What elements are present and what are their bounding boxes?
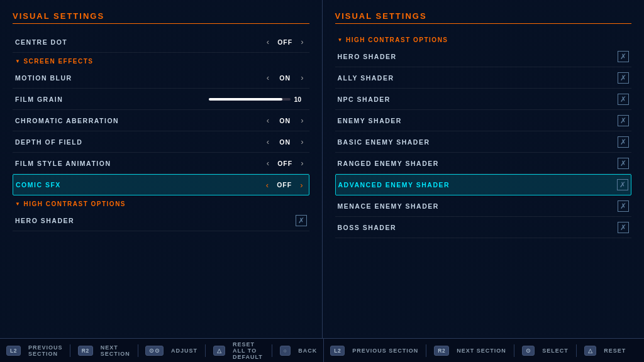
section-label: SCREEN EFFECTS bbox=[23, 58, 93, 65]
setting-label: COMIC SFX bbox=[16, 181, 243, 189]
setting-value: OFF bbox=[272, 38, 297, 46]
next-section-label: NEXT SECTION bbox=[101, 344, 130, 357]
setting-label: MENACE ENEMY SHADER bbox=[338, 202, 618, 210]
setting-row-highlighted[interactable]: COMIC SFX ‹ OFF › bbox=[13, 174, 309, 195]
setting-label: FILM GRAIN bbox=[15, 96, 161, 103]
adjust-badge: ⊙⊙ bbox=[145, 346, 164, 356]
setting-label: BOSS SHADER bbox=[338, 224, 618, 231]
divider bbox=[514, 344, 514, 357]
setting-label: ALLY SHADER bbox=[338, 74, 618, 82]
checkbox[interactable]: ✗ bbox=[618, 115, 629, 126]
setting-label: MOTION BLUR bbox=[15, 74, 244, 82]
setting-label: RANGED ENEMY SHADER bbox=[338, 160, 618, 167]
setting-row[interactable]: HERO SHADER ✗ bbox=[335, 46, 632, 67]
divider bbox=[576, 344, 577, 357]
adjust-label: ADJUST bbox=[171, 348, 197, 354]
value-control[interactable]: ‹ OFF › bbox=[244, 158, 307, 168]
setting-label: BASIC ENEMY SHADER bbox=[338, 138, 618, 146]
left-panel: VISUAL SETTINGS CENTRE DOT ‹ OFF › SCREE… bbox=[0, 0, 323, 338]
arrow-left-icon[interactable]: ‹ bbox=[263, 180, 272, 190]
checkbox[interactable]: ✗ bbox=[296, 215, 307, 226]
high-contrast-section-right: HIGH CONTRAST OPTIONS bbox=[335, 31, 632, 46]
checkbox[interactable]: ✗ bbox=[618, 136, 629, 148]
setting-value: OFF bbox=[272, 160, 297, 167]
right-footer: L2 PREVIOUS SECTION R2 NEXT SECTION ⊙ SE… bbox=[324, 339, 644, 362]
left-panel-title: VISUAL SETTINGS bbox=[13, 11, 309, 24]
setting-label: FILM STYLE ANIMATION bbox=[15, 160, 244, 167]
setting-value: OFF bbox=[272, 181, 297, 189]
arrow-left-icon[interactable]: ‹ bbox=[264, 158, 272, 168]
arrow-left-icon[interactable]: ‹ bbox=[264, 73, 272, 82]
checkbox[interactable]: ✗ bbox=[618, 158, 629, 169]
arrow-right-icon[interactable]: › bbox=[297, 180, 306, 190]
setting-label: ADVANCED ENEMY SHADER bbox=[338, 181, 618, 189]
setting-row[interactable]: CENTRE DOT ‹ OFF › bbox=[13, 31, 309, 53]
slider-control[interactable]: 10 bbox=[161, 96, 307, 103]
arrow-left-icon[interactable]: ‹ bbox=[264, 116, 272, 125]
reset-label-right: RESET bbox=[604, 348, 626, 354]
setting-value: ON bbox=[272, 74, 297, 82]
value-control[interactable]: ‹ ON › bbox=[244, 116, 307, 125]
checkbox[interactable]: ✗ bbox=[617, 179, 628, 190]
setting-row[interactable]: MOTION BLUR ‹ ON › bbox=[13, 67, 309, 89]
checkbox[interactable]: ✗ bbox=[618, 51, 629, 62]
setting-row[interactable]: ALLY SHADER ✗ bbox=[335, 67, 632, 89]
arrow-right-icon[interactable]: › bbox=[297, 158, 306, 168]
value-control[interactable]: ‹ ON › bbox=[244, 73, 307, 82]
arrow-right-icon[interactable]: › bbox=[297, 37, 306, 47]
setting-row[interactable]: BASIC ENEMY SHADER ✗ bbox=[335, 131, 632, 153]
reset-badge: △ bbox=[584, 346, 597, 356]
checkbox[interactable]: ✗ bbox=[618, 200, 629, 212]
checkbox[interactable]: ✗ bbox=[618, 94, 629, 105]
setting-row-highlighted[interactable]: ADVANCED ENEMY SHADER ✗ bbox=[335, 174, 632, 195]
footer: L2 PREVIOUS SECTION R2 NEXT SECTION ⊙⊙ A… bbox=[0, 338, 644, 362]
setting-label: NPC SHADER bbox=[338, 96, 618, 103]
setting-value: ON bbox=[272, 117, 297, 124]
select-badge: ⊙ bbox=[522, 346, 535, 356]
setting-row[interactable]: FILM GRAIN 10 bbox=[13, 89, 309, 110]
slider-fill bbox=[209, 98, 282, 101]
screen-effects-section: SCREEN EFFECTS bbox=[13, 53, 309, 67]
previous-section-label: PREVIOUS SECTION bbox=[28, 344, 63, 357]
setting-row[interactable]: HERO SHADER ✗ bbox=[13, 210, 309, 231]
setting-row[interactable]: DEPTH OF FIELD ‹ ON › bbox=[13, 131, 309, 153]
setting-label: DEPTH OF FIELD bbox=[15, 138, 244, 146]
setting-label: HERO SHADER bbox=[15, 217, 296, 224]
setting-row[interactable]: NPC SHADER ✗ bbox=[335, 89, 632, 110]
setting-row[interactable]: CHROMATIC ABERRATION ‹ ON › bbox=[13, 110, 309, 131]
value-control[interactable]: ‹ OFF › bbox=[244, 37, 307, 47]
divider bbox=[426, 344, 426, 357]
triangle-badge: △ bbox=[213, 346, 226, 356]
checkbox[interactable]: ✗ bbox=[618, 72, 629, 84]
r2-badge: R2 bbox=[78, 346, 93, 356]
setting-label: CHROMATIC ABERRATION bbox=[15, 117, 244, 124]
checkbox[interactable]: ✗ bbox=[618, 222, 629, 233]
arrow-right-icon[interactable]: › bbox=[297, 137, 306, 146]
setting-label: CENTRE DOT bbox=[15, 38, 244, 46]
arrow-right-icon[interactable]: › bbox=[297, 116, 306, 125]
value-control[interactable]: ‹ ON › bbox=[244, 137, 307, 146]
setting-row[interactable]: ENEMY SHADER ✗ bbox=[335, 110, 632, 131]
left-footer: L2 PREVIOUS SECTION R2 NEXT SECTION ⊙⊙ A… bbox=[0, 339, 324, 362]
right-panel-title: VISUAL SETTINGS bbox=[335, 11, 632, 24]
circle-badge: ○ bbox=[280, 346, 291, 356]
back-label: BACK bbox=[298, 348, 317, 354]
setting-row[interactable]: BOSS SHADER ✗ bbox=[335, 217, 632, 238]
section-label: HIGH CONTRAST OPTIONS bbox=[23, 200, 126, 207]
slider-value: 10 bbox=[294, 96, 307, 103]
setting-row[interactable]: FILM STYLE ANIMATION ‹ OFF › bbox=[13, 153, 309, 174]
reset-label: RESET ALL TO DEFAULT bbox=[233, 341, 264, 360]
arrow-left-icon[interactable]: ‹ bbox=[264, 137, 272, 146]
arrow-right-icon[interactable]: › bbox=[297, 73, 306, 82]
arrow-left-icon[interactable]: ‹ bbox=[264, 37, 272, 47]
setting-label: HERO SHADER bbox=[338, 53, 618, 60]
slider-bar bbox=[209, 98, 291, 101]
setting-row[interactable]: RANGED ENEMY SHADER ✗ bbox=[335, 153, 632, 174]
l2-badge: L2 bbox=[6, 346, 21, 356]
section-label: HIGH CONTRAST OPTIONS bbox=[346, 36, 448, 43]
select-label: SELECT bbox=[542, 348, 569, 354]
next-section-label-right: NEXT SECTION bbox=[457, 348, 506, 354]
value-control[interactable]: ‹ OFF › bbox=[243, 180, 306, 190]
setting-value: ON bbox=[272, 138, 297, 146]
setting-row[interactable]: MENACE ENEMY SHADER ✗ bbox=[335, 195, 632, 217]
